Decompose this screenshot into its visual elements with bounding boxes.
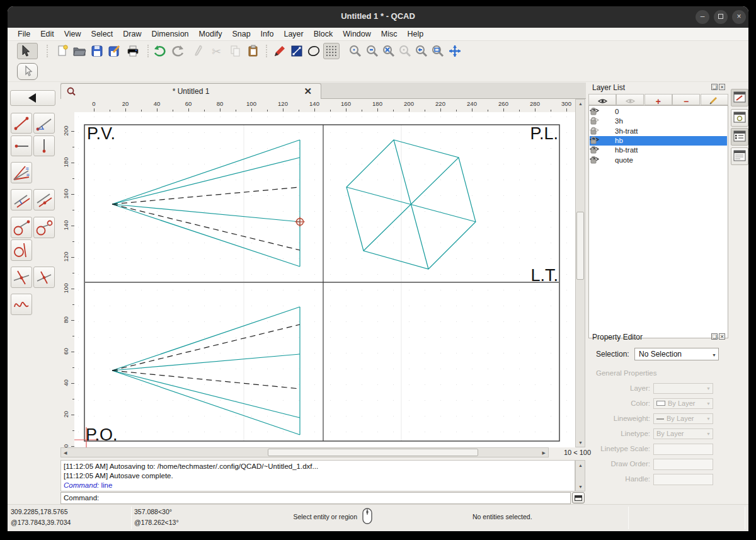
block-window-toggle-button[interactable] [731,109,748,127]
menu-edit[interactable]: Edit [35,28,59,41]
undo-button[interactable] [151,43,168,59]
cad-line[interactable] [112,140,300,204]
horizontal-scroll-thumb[interactable] [268,449,478,456]
layer-row[interactable]: quote [590,156,727,165]
line-relative-angle-button[interactable] [11,267,32,288]
line-tangent-point-circle-button[interactable] [11,217,32,238]
save-button[interactable] [89,43,105,59]
list-window-toggle-button[interactable] [731,128,748,146]
zoom-out-button[interactable] [364,43,381,59]
layer-row[interactable]: hb-tratt [590,146,727,155]
horizontal-scrollbar[interactable]: ◀ ▶ [60,447,549,457]
property-combobox[interactable]: By Layer▼ [653,398,713,409]
draw-pencil-button[interactable] [272,43,288,59]
line-orthogonal-tangent-button[interactable] [11,239,32,261]
drawing-canvas[interactable]: P.V.P.L.L.T.P.O. [74,112,575,447]
menu-view[interactable]: View [59,28,86,41]
new-file-button[interactable] [54,43,71,59]
menu-file[interactable]: File [13,28,35,41]
back-arrow-button[interactable] [10,90,55,106]
save-as-button[interactable] [106,43,122,59]
property-combobox[interactable]: By Layer▼ [653,413,713,424]
pointer-tool-button[interactable] [17,63,38,80]
text-window-toggle-button[interactable] [731,147,748,165]
close-panel-icon[interactable]: ✕ [719,333,725,340]
line-horizontal-button[interactable] [11,135,32,156]
scroll-left-icon[interactable]: ◀ [64,451,67,456]
minimize-button[interactable]: – [696,10,709,24]
show-all-eye-button[interactable] [588,94,616,105]
scroll-up-icon[interactable]: ▲ [578,101,583,106]
cad-line[interactable] [112,307,300,371]
zoom-window-button[interactable] [430,43,446,59]
paste-button[interactable] [245,43,261,59]
history-scroll-up-icon[interactable]: ▲ [578,463,583,468]
tab-close-icon[interactable]: ✕ [304,86,312,97]
vertical-scroll-thumb[interactable] [576,212,584,280]
circle-tool-button[interactable] [306,43,322,59]
cad-dashed-line[interactable] [112,325,300,371]
line-angle-button[interactable] [33,113,55,134]
command-input[interactable]: Command: [60,492,571,504]
layer-row[interactable]: 3h-tratt [590,127,727,136]
zoom-one-button[interactable] [397,43,413,59]
property-input[interactable] [653,474,713,485]
property-input[interactable] [653,459,713,470]
redo-button[interactable] [170,43,186,59]
line-vertical-button[interactable] [33,135,55,156]
cad-dashed-line[interactable] [112,371,300,389]
remove-layer-button[interactable]: − [672,94,700,105]
menu-draw[interactable]: Draw [118,28,146,41]
paperclip-button[interactable] [190,43,207,59]
line-parallel-point-button[interactable] [33,189,55,210]
menu-select[interactable]: Select [86,28,118,41]
titlebar[interactable]: Untitled 1 * - QCAD – × [8,6,748,28]
print-button[interactable] [125,43,141,59]
history-scroll-down-icon[interactable]: ▼ [578,485,583,489]
line-bisector-button[interactable]: == [11,162,32,183]
float-panel-icon[interactable]: ❏ [711,84,718,90]
property-combobox[interactable]: By Layer▼ [653,428,713,439]
close-button[interactable]: × [732,10,746,24]
pan-button[interactable] [447,43,463,59]
zoom-previous-button[interactable] [413,43,430,59]
menu-help[interactable]: Help [402,28,428,41]
line-parallel-distance-button[interactable] [11,189,32,210]
menu-snap[interactable]: Snap [227,28,255,41]
line-freehand-button[interactable] [11,294,32,315]
layer-row[interactable]: hb [590,136,727,146]
cut-button[interactable]: ✂ [209,43,226,59]
cad-line[interactable] [112,371,300,418]
float-panel-icon[interactable]: ❏ [711,333,718,340]
hide-all-eye-button[interactable] [616,94,644,105]
history-scrollbar[interactable]: ▲ ▼ [575,460,585,491]
close-panel-icon[interactable]: ✕ [719,84,725,90]
scroll-right-icon[interactable]: ▶ [542,451,546,456]
menu-window[interactable]: Window [338,28,375,41]
cad-line[interactable] [112,354,300,371]
vertical-scrollbar[interactable]: ▲ ▼ [575,99,585,447]
menu-modify[interactable]: Modify [194,28,227,41]
scroll-down-icon[interactable]: ▼ [578,440,583,445]
menu-misc[interactable]: Misc [376,28,403,41]
line-orthogonal-button[interactable] [33,267,55,288]
cad-line[interactable] [112,204,300,222]
menu-info[interactable]: Info [256,28,279,41]
zoom-in-button[interactable] [347,43,364,59]
cad-dashed-line[interactable] [112,204,300,250]
zoom-auto-button[interactable] [381,43,397,59]
menu-layer[interactable]: Layer [278,28,308,41]
open-file-button[interactable] [71,43,88,59]
property-input[interactable] [653,444,713,455]
property-combobox[interactable]: ▼ [653,383,713,394]
selection-pointer-button[interactable] [17,43,38,59]
cad-line[interactable] [112,371,300,435]
cad-line[interactable] [112,204,300,267]
property-window-toggle-button[interactable] [731,89,748,106]
layer-row[interactable]: 0 [590,107,727,117]
command-panel-toggle-button[interactable] [572,492,585,503]
edit-layer-button[interactable] [701,94,728,105]
cad-dashed-line[interactable] [112,187,300,204]
grid-toggle-button[interactable] [323,43,340,59]
menu-dimension[interactable]: Dimension [147,28,194,41]
